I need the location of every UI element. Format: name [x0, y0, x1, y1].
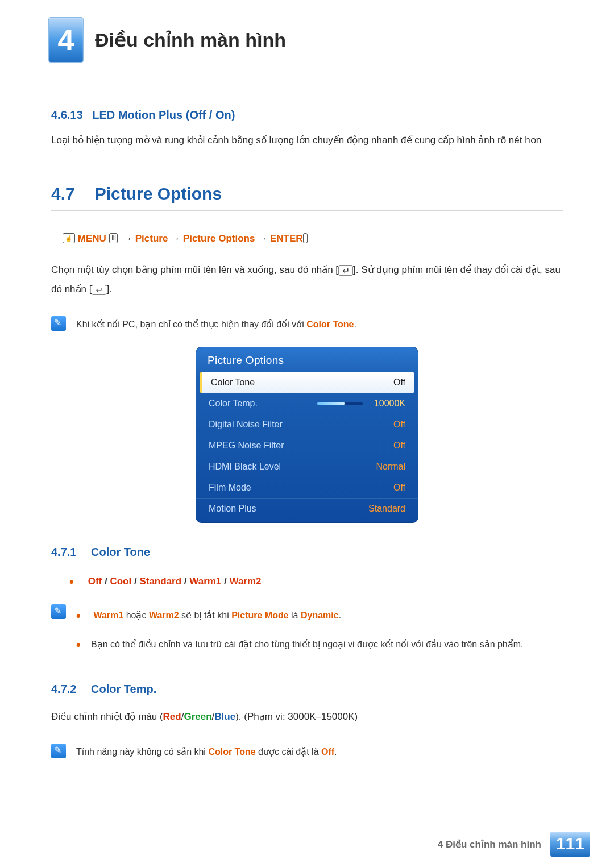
chapter-title: Điều chỉnh màn hình	[95, 28, 286, 51]
text: là	[289, 610, 301, 620]
osd-label: Color Temp.	[209, 398, 258, 409]
heading-title: LED Motion Plus (Off / On)	[92, 109, 235, 121]
heading-number: 4.7	[51, 184, 75, 203]
osd-row-color-tone: Color Tone Off	[200, 372, 414, 393]
osd-label: MPEG Noise Filter	[209, 441, 284, 451]
opt-standard: Standard	[139, 576, 181, 587]
menu-navigation-path: MENU Ⅲ → Picture → Picture Options → ENT…	[63, 233, 563, 244]
note-icon	[51, 316, 66, 331]
osd-value: Off	[393, 483, 405, 493]
page-number: 111	[550, 832, 590, 857]
note-text: Khi kết nối PC, bạn chỉ có thể thực hiện…	[76, 316, 563, 333]
arrow: →	[258, 233, 267, 244]
sep: /	[181, 576, 189, 587]
heading-4-6-13: 4.6.13 LED Motion Plus (Off / On)	[51, 109, 563, 122]
note-icon	[51, 604, 66, 619]
chapter-number-badge: 4	[48, 17, 84, 63]
enter-icon	[338, 265, 353, 276]
paragraph: Chọn một tùy chọn bằng phím mũi tên lên …	[51, 260, 563, 299]
osd-row-film: Film Mode Off	[196, 477, 418, 498]
text-highlight: Off	[321, 747, 334, 757]
osd-value: Off	[393, 377, 405, 388]
enter-icon	[92, 285, 106, 295]
note: Warm1 hoặc Warm2 sẽ bị tắt khi Picture M…	[51, 604, 563, 662]
osd-row-hdmi: HDMI Black Level Normal	[196, 456, 418, 477]
osd-label: Motion Plus	[209, 504, 256, 514]
heading-title: Color Temp.	[91, 683, 156, 695]
osd-label: Color Tone	[211, 377, 255, 388]
note-icon	[51, 744, 66, 758]
note: Tính năng này không có sẵn khi Color Ton…	[51, 744, 563, 761]
osd-value: 10000K	[374, 398, 405, 409]
text: .	[354, 319, 356, 329]
menu-picture: Picture	[135, 233, 168, 244]
opt-off: Off	[88, 576, 102, 587]
text: được cài đặt là	[256, 747, 321, 757]
paragraph: Loại bỏ hiện tượng mờ và rung khỏi cảnh …	[51, 131, 563, 150]
hand-icon	[63, 233, 75, 243]
text: .	[339, 610, 341, 620]
heading-title: Picture Options	[95, 184, 222, 203]
osd-label: Digital Noise Filter	[209, 420, 283, 430]
osd-value: Off	[393, 441, 405, 451]
text-blue: Blue	[214, 711, 235, 722]
opt-cool: Cool	[110, 576, 131, 587]
heading-number: 4.7.1	[51, 546, 76, 558]
note-item: Bạn có thể điều chỉnh và lưu trữ cài đặt…	[76, 633, 563, 658]
osd-label: HDMI Black Level	[209, 462, 281, 472]
text-green: Green	[184, 711, 211, 722]
menu-picture-options: Picture Options	[183, 233, 255, 244]
opt-warm2: Warm2	[230, 576, 262, 587]
heading-4-7-2: 4.7.2 Color Temp.	[51, 683, 563, 696]
arrow: →	[123, 233, 132, 244]
text-highlight: Color Tone	[306, 319, 354, 329]
menu-enter: ENTER	[270, 233, 303, 244]
osd-menu: Picture Options Color Tone Off Color Tem…	[196, 347, 418, 523]
sep: /	[221, 576, 229, 587]
note-item: Warm1 hoặc Warm2 sẽ bị tắt khi Picture M…	[76, 604, 563, 629]
text: Tính năng này không có sẵn khi	[76, 747, 208, 757]
page-footer: 4 Điều chỉnh màn hình 111	[438, 832, 590, 857]
heading-title: Color Tone	[91, 546, 150, 558]
enter-icon	[303, 233, 308, 243]
text-highlight: Dynamic	[301, 610, 339, 620]
text-highlight: Picture Mode	[231, 610, 288, 620]
osd-value: Normal	[376, 462, 405, 472]
text: Chọn một tùy chọn bằng phím mũi tên lên …	[51, 264, 338, 275]
osd-value: Standard	[368, 504, 405, 514]
osd-row-motion: Motion Plus Standard	[196, 498, 418, 519]
option-values: Off / Cool / Standard / Warm1 / Warm2	[70, 570, 563, 594]
heading-number: 4.7.2	[51, 683, 76, 695]
text: ].	[106, 284, 111, 294]
chapter-header: 4 Điều chỉnh màn hình	[0, 0, 614, 63]
text-red: Red	[163, 711, 181, 722]
text: ). (Phạm vi: 3000K–15000K)	[235, 711, 358, 722]
sep: /	[131, 576, 139, 587]
heading-number: 4.6.13	[51, 109, 83, 121]
osd-title: Picture Options	[196, 347, 418, 372]
note: Khi kết nối PC, bạn chỉ có thể thực hiện…	[51, 316, 563, 333]
text: Điều chỉnh nhiệt độ màu (	[51, 711, 163, 722]
text: sẽ bị tắt khi	[179, 610, 231, 620]
osd-slider	[317, 402, 363, 405]
text-highlight: Warm2	[149, 610, 179, 620]
heading-4-7: 4.7 Picture Options	[51, 184, 563, 211]
menu-label: MENU	[78, 233, 106, 244]
note-text: Tính năng này không có sẵn khi Color Ton…	[76, 744, 563, 761]
arrow: →	[171, 233, 180, 244]
footer-text: 4 Điều chỉnh màn hình	[438, 838, 541, 850]
text-highlight: Color Tone	[208, 747, 255, 757]
paragraph: Điều chỉnh nhiệt độ màu (Red/Green/Blue)…	[51, 707, 563, 726]
menu-bars-icon: Ⅲ	[109, 233, 118, 243]
osd-row-color-temp: Color Temp. 10000K	[196, 393, 418, 414]
osd-row-dnf: Digital Noise Filter Off	[196, 414, 418, 435]
text: .	[334, 747, 337, 757]
sep: /	[102, 576, 110, 587]
heading-4-7-1: 4.7.1 Color Tone	[51, 546, 563, 559]
opt-warm1: Warm1	[189, 576, 221, 587]
osd-label: Film Mode	[209, 483, 251, 493]
osd-value: Off	[393, 420, 405, 430]
text-highlight: Warm1	[93, 610, 123, 620]
note-text: Warm1 hoặc Warm2 sẽ bị tắt khi Picture M…	[76, 604, 563, 662]
osd-row-mpeg: MPEG Noise Filter Off	[196, 435, 418, 456]
